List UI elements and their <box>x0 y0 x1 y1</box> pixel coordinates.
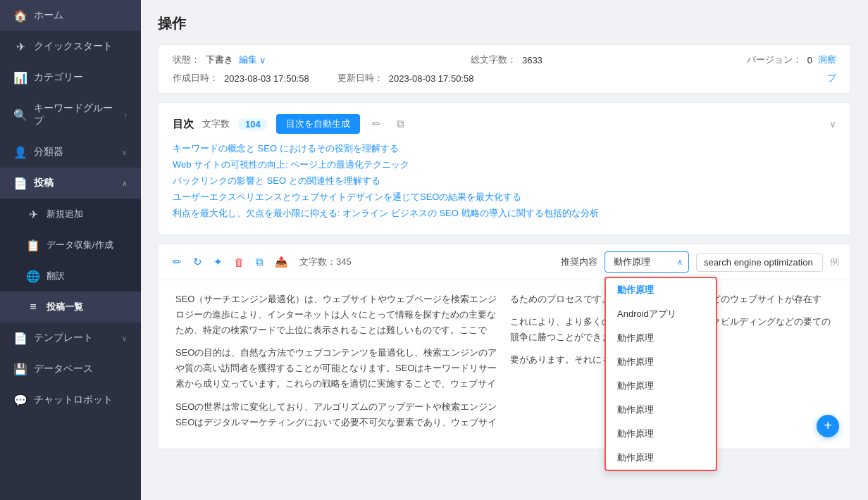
data-collect-icon: 📋 <box>27 239 39 251</box>
home-icon: 🏠 <box>14 9 27 22</box>
sidebar-item-classifier[interactable]: 👤 分類器 ∨ <box>0 137 141 168</box>
chatbot-icon: 💬 <box>14 394 27 406</box>
sidebar-item-home[interactable]: 🏠 ホーム <box>0 0 141 31</box>
export-icon[interactable]: 📤 <box>272 254 291 270</box>
sidebar-item-label: 投稿一覧 <box>46 301 127 313</box>
refresh-icon[interactable]: ↻ <box>190 254 205 270</box>
sidebar-item-quickstart[interactable]: ✈ クイックスタート <box>0 31 141 62</box>
editor-col-left: SEO（サーチエンジン最適化）は、ウェブサイトやウェブページを検索エンジロジーの… <box>170 292 504 437</box>
word-count-value: 3633 <box>522 55 542 65</box>
quickstart-icon: ✈ <box>14 40 27 53</box>
updated-value: 2023-08-03 17:50:58 <box>389 73 474 84</box>
sidebar-item-category[interactable]: 📊 カテゴリー <box>0 62 141 93</box>
recommend-label: 推奨内容 <box>561 256 597 268</box>
dropdown-value: 動作原理 <box>614 256 650 268</box>
dropdown-item-2[interactable]: Androidアプリ <box>606 302 716 326</box>
chevron-down-icon: ∨ <box>122 335 127 342</box>
dropdown-item-5[interactable]: 動作原理 <box>606 374 716 398</box>
toc-link-2[interactable]: Web サイトの可視性の向上: ページ上の最適化テクニック <box>173 159 409 170</box>
content-area: 操作 状態： 下書き 編集 ∨ 総文字数： 3633 バージョン： 0 洞察 作… <box>141 0 868 500</box>
dropdown-item-4[interactable]: 動作原理 <box>606 350 716 374</box>
sidebar-item-label: 新規追加 <box>46 208 127 220</box>
sidebar-item-translate[interactable]: 🌐 翻訳 <box>0 261 141 292</box>
editor-toolbar: ✏ ↻ ✦ 🗑 ⧉ 📤 文字数：345 推奨内容 動作原理 ∧ <box>159 244 850 280</box>
sidebar-item-label: テンプレート <box>34 332 115 344</box>
copy-icon[interactable]: ⧉ <box>253 254 266 270</box>
version-label: バージョン： <box>747 54 802 66</box>
sidebar-item-new-post[interactable]: ✈ 新規追加 <box>0 199 141 230</box>
dropdown-container: 動作原理 ∧ 動作原理 Androidアプリ 動作原理 動作原理 動作原理 動作… <box>604 251 689 273</box>
edit-label: 編集 <box>239 54 257 66</box>
chevron-down-icon: ∨ <box>122 149 127 156</box>
chevron-up-icon: ∧ <box>677 258 683 267</box>
sidebar-item-label: データ収集/作成 <box>46 239 127 251</box>
dropdown-menu: 動作原理 Androidアプリ 動作原理 動作原理 動作原理 動作原理 動作原理… <box>604 277 717 471</box>
sparkle-icon[interactable]: ✦ <box>211 254 225 270</box>
editor-content: SEO（サーチエンジン最適化）は、ウェブサイトやウェブページを検索エンジロジーの… <box>159 280 850 449</box>
blue-link[interactable]: プ <box>827 72 836 85</box>
toc-collapse-icon[interactable]: ∨ <box>829 118 836 130</box>
sidebar-item-label: チャットロボット <box>34 394 127 406</box>
category-icon: 📊 <box>14 71 27 84</box>
status-label: 状態： <box>173 54 200 66</box>
toc-list: キーワードの概念と SEO におけるその役割を理解する Web サイトの可視性の… <box>173 142 836 220</box>
sidebar-item-label: カテゴリー <box>34 71 127 84</box>
edit-icon[interactable]: ✏ <box>170 254 185 270</box>
dropdown-item-3[interactable]: 動作原理 <box>606 326 716 350</box>
toc-auto-button[interactable]: 目次を自動生成 <box>276 114 360 134</box>
list-item: キーワードの概念と SEO におけるその役割を理解する <box>173 142 836 155</box>
database-icon: 💾 <box>14 363 27 375</box>
word-count-prefix: 文字数： <box>299 256 336 267</box>
list-item: ユーザーエクスペリエンスとウェブサイトデザインを通じてSEOの結果を最大化する <box>173 191 836 204</box>
sidebar-item-template[interactable]: 📄 テンプレート ∨ <box>0 323 141 354</box>
translate-icon: 🌐 <box>27 270 39 282</box>
status-row: 状態： 下書き 編集 ∨ 総文字数： 3633 バージョン： 0 洞察 <box>173 54 836 66</box>
sidebar-item-post-list[interactable]: ≡ 投稿一覧 <box>0 292 141 323</box>
dropdown-item-7[interactable]: 動作原理 <box>606 422 716 446</box>
chevron-up-icon: ∧ <box>122 180 127 187</box>
created-value: 2023-08-03 17:50:58 <box>224 73 309 84</box>
toc-word-count-badge: 104 <box>238 118 268 130</box>
toc-edit-icon[interactable]: ✏ <box>368 116 385 132</box>
dropdown-item-1[interactable]: 動作原理 <box>606 278 716 302</box>
word-count-label: 総文字数： <box>471 54 516 66</box>
template-icon: 📄 <box>14 332 27 344</box>
toc-link-5[interactable]: 利点を最大化し、欠点を最小限に抑える: オンライン ビジネスの SEO 戦略の導… <box>173 208 599 218</box>
list-item: 利点を最大化し、欠点を最小限に抑える: オンライン ビジネスの SEO 戦略の導… <box>173 207 836 220</box>
new-post-icon: ✈ <box>27 208 39 220</box>
toc-link-1[interactable]: キーワードの概念と SEO におけるその役割を理解する <box>173 143 399 154</box>
main-content: 操作 状態： 下書き 編集 ∨ 総文字数： 3633 バージョン： 0 洞察 作… <box>141 0 868 500</box>
paragraph-2: SEOの目的は、自然な方法でウェブコンテンツを最適化し、検索エンジンのアや質の高… <box>175 345 499 392</box>
sidebar-item-label: 投稿 <box>34 177 115 189</box>
recommend-dropdown[interactable]: 動作原理 ∧ <box>604 251 689 273</box>
sidebar-item-label: データベース <box>34 363 127 375</box>
list-item: バックリンクの影響と SEO との関連性を理解する <box>173 175 836 187</box>
posts-icon: 📄 <box>14 177 27 189</box>
toc-title: 目次 <box>173 118 194 131</box>
add-button[interactable]: + <box>817 415 839 437</box>
sidebar-item-label: ホーム <box>34 9 127 22</box>
version-value: 0 <box>807 55 812 65</box>
sidebar-item-posts[interactable]: 📄 投稿 ∧ <box>0 168 141 199</box>
toc-link-4[interactable]: ユーザーエクスペリエンスとウェブサイトデザインを通じてSEOの結果を最大化する <box>173 192 521 202</box>
edit-button[interactable]: 編集 ∨ <box>239 54 266 66</box>
keywords-icon: 🔍 <box>14 108 27 121</box>
dropdown-item-8[interactable]: 動作原理 <box>606 446 716 470</box>
toc-copy-icon[interactable]: ⧉ <box>393 116 408 132</box>
sidebar-item-label: キーワードグループ <box>34 102 118 127</box>
paragraph-3: SEOの世界は常に変化しており、アルゴリズムのアップデートや検索エンジンSEOは… <box>175 399 499 430</box>
delete-icon[interactable]: 🗑 <box>231 255 247 270</box>
sidebar-item-label: クイックスタート <box>34 40 127 53</box>
search-input[interactable] <box>696 253 823 272</box>
sidebar-item-database[interactable]: 💾 データベース <box>0 354 141 385</box>
list-item: Web サイトの可視性の向上: ページ上の最適化テクニック <box>173 158 836 171</box>
sidebar-item-chatbot[interactable]: 💬 チャットロボット <box>0 385 141 415</box>
classifier-icon: 👤 <box>14 146 27 158</box>
status-value: 下書き <box>206 54 233 66</box>
dropdown-item-6[interactable]: 動作原理 <box>606 398 716 422</box>
toc-link-3[interactable]: バックリンクの影響と SEO との関連性を理解する <box>173 175 380 186</box>
version-link[interactable]: 洞察 <box>818 54 836 66</box>
sidebar-item-data-collect[interactable]: 📋 データ収集/作成 <box>0 230 141 261</box>
sidebar-item-keywords[interactable]: 🔍 キーワードグループ › <box>0 93 141 137</box>
page-title: 操作 <box>158 14 851 33</box>
